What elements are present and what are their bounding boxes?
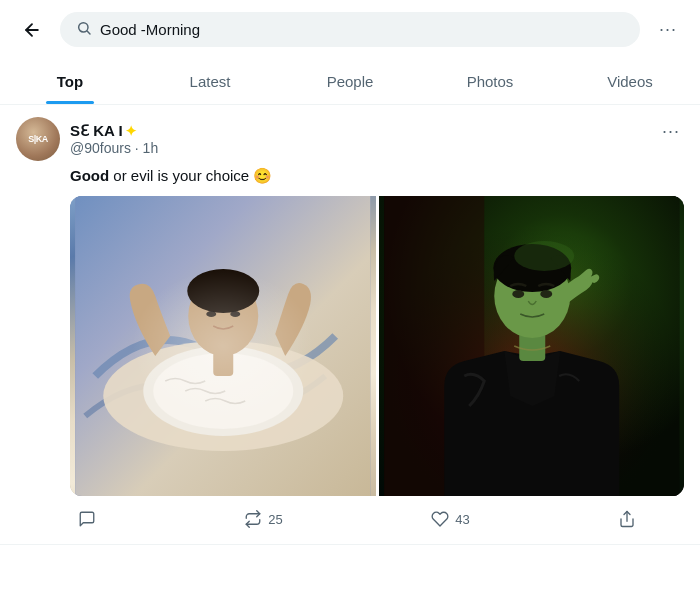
svg-line-2 [87, 31, 90, 34]
more-options-button[interactable]: ··· [652, 14, 684, 46]
like-icon [431, 510, 449, 528]
tab-top[interactable]: Top [0, 59, 140, 104]
tabs-bar: Top Latest People Photos Videos [0, 59, 700, 105]
svg-rect-12 [213, 351, 233, 376]
svg-point-9 [187, 269, 259, 313]
tab-people[interactable]: People [280, 59, 420, 104]
like-button[interactable]: 43 [423, 506, 477, 532]
avatar: S|KA [16, 117, 60, 161]
tweet-image-left[interactable] [70, 196, 376, 496]
avatar-initials: S|KA [16, 117, 60, 161]
svg-rect-4 [75, 196, 370, 496]
tab-videos[interactable]: Videos [560, 59, 700, 104]
tweet-text-bold: Good [70, 167, 109, 184]
tweet-text: Good or evil is your choice 😊 [70, 165, 684, 186]
retweet-count: 25 [268, 512, 282, 527]
tweet-author-row: S|KA SƐ KA I ✦ @90fours · 1h [16, 117, 158, 161]
svg-point-8 [188, 276, 258, 356]
svg-point-7 [153, 353, 293, 429]
share-button[interactable] [610, 506, 644, 532]
search-icon [76, 20, 92, 39]
svg-point-22 [514, 241, 574, 271]
like-count: 43 [455, 512, 469, 527]
svg-point-11 [230, 311, 240, 317]
share-icon [618, 510, 636, 528]
retweet-button[interactable]: 25 [236, 506, 290, 532]
tweet-image-right[interactable] [379, 196, 685, 496]
search-query: Good -Morning [100, 21, 200, 38]
svg-point-21 [540, 290, 552, 298]
reply-icon [78, 510, 96, 528]
retweet-icon [244, 510, 262, 528]
search-bar[interactable]: Good -Morning [60, 12, 640, 47]
author-meta: @90fours · 1h [70, 140, 158, 156]
tweet-header: S|KA SƐ KA I ✦ @90fours · 1h ··· [16, 117, 684, 161]
tweet-item: S|KA SƐ KA I ✦ @90fours · 1h ··· Good or… [0, 105, 700, 545]
svg-point-5 [103, 341, 343, 451]
tab-photos[interactable]: Photos [420, 59, 560, 104]
tweet-images[interactable] [70, 196, 684, 496]
tab-latest[interactable]: Latest [140, 59, 280, 104]
svg-point-10 [206, 311, 216, 317]
back-button[interactable] [16, 14, 48, 46]
tweet-actions: 25 43 [70, 506, 684, 532]
tweet-more-button[interactable]: ··· [658, 117, 684, 146]
author-info: SƐ KA I ✦ @90fours · 1h [70, 122, 158, 156]
tweet-text-rest: or evil is your choice 😊 [109, 167, 272, 184]
header: Good -Morning ··· [0, 0, 700, 59]
svg-point-20 [512, 290, 524, 298]
author-name: SƐ KA I ✦ [70, 122, 158, 140]
reply-button[interactable] [70, 506, 104, 532]
verified-icon: ✦ [125, 123, 137, 139]
svg-point-6 [143, 346, 303, 436]
